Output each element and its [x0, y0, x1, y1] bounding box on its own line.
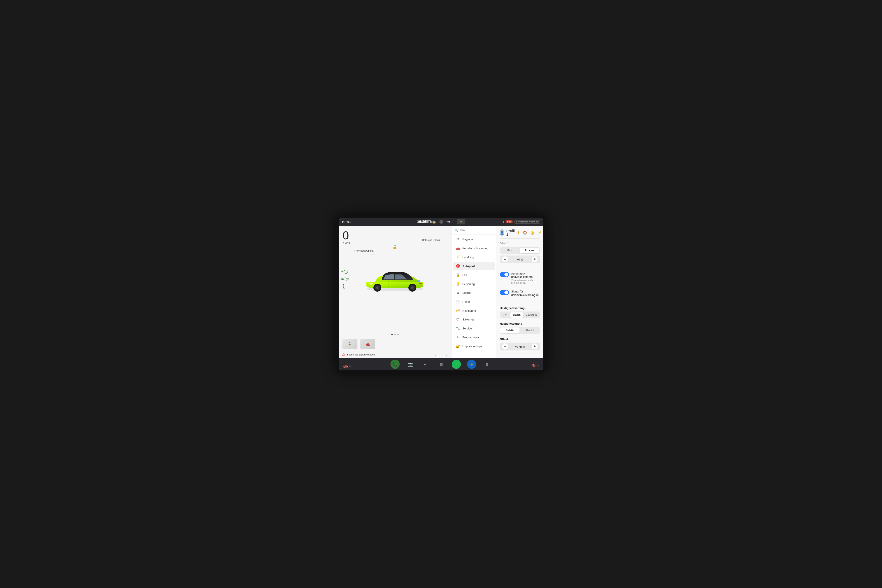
profile-avatar: 👤	[500, 229, 504, 236]
framlucka-label: Framlucka Öppna	[354, 249, 374, 252]
programvara-icon: ⬇	[456, 335, 460, 339]
more-button[interactable]: ⋯	[421, 360, 430, 369]
menu-item-pedaler[interactable]: 🚗 Pedaler och styrning	[453, 244, 495, 252]
odometer-value: 20.5	[437, 353, 445, 358]
offset-btn-group: Fast Procent	[500, 247, 540, 254]
offset-section: Offset ⓘ Fast Procent − +0 % +	[500, 242, 540, 263]
skarm-option[interactable]: Skärm	[510, 312, 523, 318]
hastighetsvarning-group: Av Skärm Ljudsignal	[500, 312, 540, 318]
bottom-bar: ‹ 20.5 › 🚗 ⊞ ○ 📞 📷 ⋯ ▦ ♫ ⚡ ⊞ 🔇	[339, 358, 543, 370]
menu-item-skarm[interactable]: 🖥 Skärm	[453, 288, 495, 297]
sub-icons-bottom: ⊞ ○	[349, 365, 352, 367]
profile-center: 👤 Profil 1	[440, 220, 453, 224]
seat-icon: 🪑	[348, 342, 352, 346]
volume-icon: 🔇	[531, 363, 536, 368]
volume-x-icon: ✕	[537, 364, 539, 367]
download-header-icon[interactable]: ⬇	[517, 231, 520, 235]
status-right: ⬇ SOS ⊙ PASSENGER AIRBAG ON	[502, 220, 540, 224]
laddning-icon: ⚡	[456, 255, 460, 259]
search-bar[interactable]: 🔍 Sök	[452, 226, 496, 235]
menu-item-las[interactable]: 🔒 Lås	[453, 271, 495, 279]
offset-km-stepper: − +0 km/h +	[500, 343, 540, 351]
laddning-label: Laddning	[462, 255, 474, 259]
relativ-option[interactable]: Relativ	[500, 327, 520, 333]
autopilot-label: Autopilot	[462, 264, 475, 268]
hastighetsgrans-group: Relativ Absolut	[500, 327, 540, 334]
status-bar: PRND 66% 🔒 16:36 14°C 👤 Profil 1 🗺	[339, 218, 543, 226]
bell-icon[interactable]: 🔔	[530, 231, 535, 235]
sub-icon-1: ⊞	[349, 365, 351, 367]
map-thumbnail: 🗺	[457, 219, 465, 224]
toggle-dodvinkel: Automatisk dödvinkelkamera Visa sidokame…	[500, 271, 540, 285]
warning-text: Spänn fast säkerhetsbältet	[347, 353, 375, 356]
menu-item-laddning[interactable]: ⚡ Laddning	[453, 253, 495, 261]
uppgraderingar-icon: 🔐	[456, 344, 460, 348]
menu-item-autopilot[interactable]: 🎯 Autopilot	[453, 262, 495, 270]
av-option[interactable]: Av	[500, 312, 510, 318]
sakerhet-label: Säkerhet	[462, 318, 474, 321]
offset-stepper: − +0 % +	[500, 255, 540, 263]
km-decrement-btn[interactable]: −	[502, 344, 508, 350]
warning-icon: ⚠	[342, 352, 345, 357]
home-icon[interactable]: 🏠	[523, 231, 527, 235]
dodvinkel-toggle[interactable]	[500, 272, 509, 277]
offset-label: Offset ⓘ	[500, 242, 540, 245]
thumb-1[interactable]: 🪑	[342, 339, 357, 349]
dodvinkel-sub: Visa sidokamera när blinkers är på	[511, 279, 540, 284]
menu-item-sakerhet[interactable]: 🛡 Säkerhet	[453, 315, 495, 324]
dot-3	[397, 334, 399, 335]
offset-km-heading: Offset	[500, 338, 540, 341]
thumb-1-inner: 🪑	[342, 339, 357, 349]
autopilot-icon: 🎯	[456, 264, 460, 268]
km-increment-btn[interactable]: +	[532, 344, 538, 350]
decrement-btn[interactable]: −	[502, 256, 508, 262]
airbag-text: PASSENGER AIRBAG ON	[518, 221, 538, 223]
absolut-option[interactable]: Absolut	[520, 327, 539, 333]
service-icon: 🔧	[456, 326, 460, 330]
dolda-toggle[interactable]	[500, 290, 509, 295]
menu-item-programvara[interactable]: ⬇ Programvara	[453, 333, 495, 342]
thumb-2[interactable]: 🚗	[360, 339, 375, 349]
menu-item-reglage[interactable]: 👁 Reglage	[453, 235, 495, 243]
status-center: 16:36 14°C 👤 Profil 1 🗺	[417, 219, 465, 224]
menu-item-belysning[interactable]: 💡 Belysning	[453, 280, 495, 288]
bottom-left-area: 🚗 ⊞ ○	[343, 364, 352, 368]
menu-item-resor[interactable]: 📊 Resor	[453, 297, 495, 306]
divider-2	[500, 302, 540, 302]
increment-btn[interactable]: +	[532, 256, 538, 262]
car-visual: Framlucka Öppna Baklucka Öppna 🔓	[339, 226, 451, 332]
offset-value: +0 %	[510, 258, 530, 261]
status-left: PRND	[342, 220, 352, 224]
spotify-button[interactable]: ♫	[452, 360, 461, 369]
bluetooth-icon[interactable]: ⚡	[538, 231, 542, 235]
belysning-label: Belysning	[462, 282, 475, 286]
ljud-option[interactable]: Ljudsignal	[523, 312, 539, 318]
menu-item-uppgraderingar[interactable]: 🔐 Uppgraderingar	[453, 342, 495, 351]
menu-item-service[interactable]: 🔧 Service	[453, 324, 495, 333]
car-bottom-icon: 🚗	[343, 364, 348, 368]
sub-icon-2: ○	[351, 365, 352, 367]
las-icon: 🔒	[456, 273, 460, 277]
offset-km-section: Offset − +0 km/h +	[500, 337, 540, 351]
screen-outer: PRND 66% 🔒 16:36 14°C 👤 Profil 1 🗺	[336, 215, 546, 373]
phone-button[interactable]: 📞	[390, 360, 400, 369]
dolda-title: Signal för doldavinkellvarning ⓘ	[511, 290, 540, 297]
bluetooth-button[interactable]: ⚡	[467, 360, 476, 369]
grid-button[interactable]: ▦	[436, 360, 446, 369]
media-button[interactable]: ⊞	[482, 360, 492, 369]
hastighetsvarning-section: Hastighetsvarning Av Skärm Ljudsignal	[500, 306, 540, 318]
settings-panel: 👤 Profil 1 ⬇ 🏠 🔔 ⚡ 📶 Offset ⓘ	[496, 226, 543, 358]
reglage-icon: 👁	[456, 237, 460, 241]
procent-option[interactable]: Procent	[520, 248, 539, 254]
dot-2	[394, 334, 396, 335]
pagination-dots	[339, 332, 451, 337]
menu-item-navigering[interactable]: 🧭 Navigering	[453, 306, 495, 315]
clock-display: 16:36	[417, 220, 426, 224]
skarm-label: Skärm	[462, 291, 471, 294]
navigering-icon: 🧭	[456, 309, 460, 313]
fast-option[interactable]: Fast	[500, 248, 520, 254]
sakerhet-icon: 🛡	[456, 318, 460, 321]
hastighetsvarning-heading: Hastighetsvarning	[500, 306, 540, 310]
resor-label: Resor	[462, 300, 470, 303]
camera-button[interactable]: 📷	[406, 360, 415, 369]
